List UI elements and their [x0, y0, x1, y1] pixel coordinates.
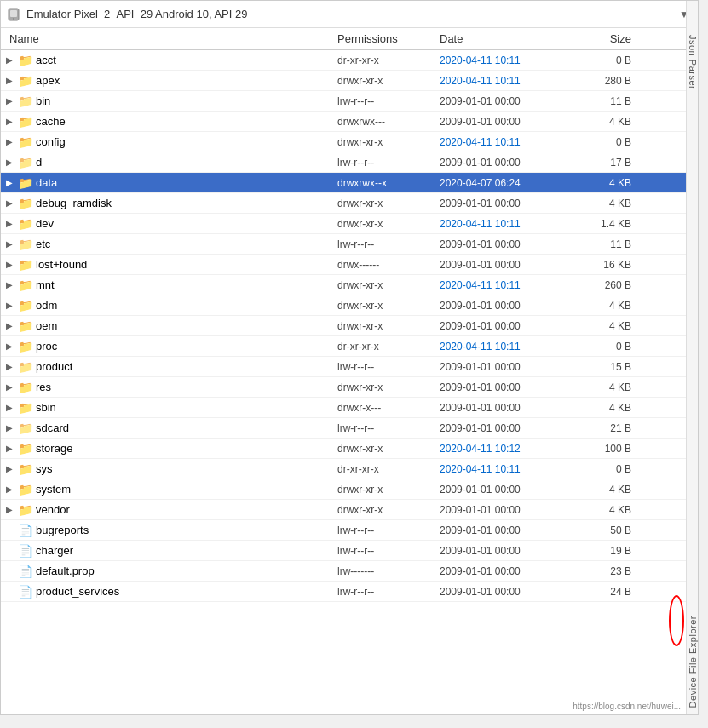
file-size: 4 KB — [580, 198, 648, 209]
file-date: 2009-01-01 00:00 — [440, 586, 580, 598]
table-row[interactable]: ▶📁lost+founddrwx------2009-01-01 00:0016… — [1, 255, 698, 275]
expand-arrow-icon[interactable]: ▶ — [6, 301, 18, 310]
expand-arrow-icon[interactable]: ▶ — [6, 158, 18, 167]
date-highlight: 2020-04-11 10:11 — [440, 218, 521, 230]
file-size: 1.4 KB — [580, 218, 648, 230]
file-date: 2020-04-11 10:12 — [440, 443, 580, 455]
expand-arrow-icon[interactable]: ▶ — [6, 505, 18, 514]
table-row[interactable]: ▶📁systemdrwxr-xr-x2009-01-01 00:004 KB — [1, 479, 698, 500]
file-list[interactable]: ▶📁acctdr-xr-xr-x2020-04-11 10:110 B▶📁ape… — [1, 50, 698, 715]
table-row[interactable]: ▶📁productlrw-r--r--2009-01-01 00:0015 B — [1, 357, 698, 377]
file-size: 100 B — [580, 443, 648, 455]
table-row[interactable]: ▶📁debug_ramdiskdrwxr-xr-x2009-01-01 00:0… — [1, 193, 698, 214]
expand-arrow-icon[interactable]: ▶ — [6, 484, 18, 494]
table-row[interactable]: ▶📁dlrw-r--r--2009-01-01 00:0017 B — [1, 152, 698, 173]
file-name: system — [36, 483, 71, 496]
expand-arrow-icon[interactable]: ▶ — [6, 280, 18, 289]
expand-arrow-icon[interactable]: ▶ — [6, 239, 18, 249]
file-name: storage — [36, 442, 72, 455]
file-date: 2009-01-01 00:00 — [440, 484, 580, 496]
file-date: 2009-01-01 00:00 — [440, 381, 580, 393]
table-row[interactable]: ▶📁vendordrwxr-xr-x2009-01-01 00:004 KB — [1, 500, 698, 520]
file-size: 21 B — [580, 422, 648, 434]
file-permissions: lrw-r--r-- — [337, 422, 440, 434]
expand-arrow-icon[interactable]: ▶ — [6, 444, 18, 453]
folder-icon: 📁 — [18, 442, 32, 456]
expand-arrow-icon[interactable]: ▶ — [6, 96, 18, 106]
file-date: 2020-04-11 10:11 — [440, 136, 580, 148]
file-date: 2009-01-01 00:00 — [440, 238, 580, 250]
table-row[interactable]: ▶📁cachedrwxrwx---2009-01-01 00:004 KB — [1, 112, 698, 132]
table-row[interactable]: ▶📁sysdr-xr-xr-x2020-04-11 10:110 B — [1, 459, 698, 479]
folder-link-icon: 📁 — [18, 156, 32, 169]
table-row[interactable]: 📄product_serviceslrw-r--r--2009-01-01 00… — [1, 582, 698, 602]
expand-arrow-icon[interactable]: ▶ — [6, 55, 18, 65]
table-row[interactable]: ▶📁configdrwxr-xr-x2020-04-11 10:110 B — [1, 132, 698, 152]
file-size: 4 KB — [580, 504, 648, 516]
expand-arrow-icon[interactable]: ▶ — [6, 321, 18, 330]
table-row[interactable]: ▶📁sbindrwxr-x---2009-01-01 00:004 KB — [1, 398, 698, 418]
expand-arrow-icon[interactable]: ▶ — [6, 423, 18, 433]
folder-icon: 📁 — [18, 381, 32, 394]
table-row[interactable]: ▶📁storagedrwxr-xr-x2020-04-11 10:12100 B — [1, 439, 698, 459]
expand-arrow-icon[interactable]: ▶ — [6, 362, 18, 371]
folder-icon: 📁 — [18, 483, 32, 496]
expand-arrow-icon[interactable]: ▶ — [6, 341, 18, 351]
table-row[interactable]: ▶📁resdrwxr-xr-x2009-01-01 00:004 KB — [1, 377, 698, 398]
expand-arrow-icon[interactable]: ▶ — [6, 464, 18, 473]
folder-icon: 📁 — [18, 197, 32, 210]
file-name: bin — [36, 95, 50, 107]
date-highlight: 2020-04-11 10:12 — [440, 443, 521, 455]
file-special-icon: 📄 — [18, 524, 32, 537]
expand-arrow-icon[interactable]: ▶ — [6, 76, 18, 85]
table-row[interactable]: ▶📁datadrwxrwx--x2020-04-07 06:244 KB — [1, 173, 698, 193]
table-row[interactable]: ▶📁oemdrwxr-xr-x2009-01-01 00:004 KB — [1, 316, 698, 336]
col-header-permissions[interactable]: Permissions — [337, 32, 440, 45]
expand-arrow-icon[interactable]: ▶ — [6, 178, 18, 187]
file-name: sys — [36, 462, 53, 475]
file-permissions: drwxr-xr-x — [337, 198, 440, 209]
expand-arrow-icon[interactable]: ▶ — [6, 137, 18, 146]
table-row[interactable]: ▶📁apexdrwxr-xr-x2020-04-11 10:11280 B — [1, 71, 698, 91]
folder-icon: 📁 — [18, 258, 32, 272]
expand-arrow-icon[interactable]: ▶ — [6, 117, 18, 126]
table-row[interactable]: ▶📁binlrw-r--r--2009-01-01 00:0011 B — [1, 91, 698, 112]
file-size: 4 KB — [580, 484, 648, 496]
expand-arrow-icon[interactable]: ▶ — [6, 260, 18, 269]
table-row[interactable]: 📄chargerlrw-r--r--2009-01-01 00:0019 B — [1, 541, 698, 561]
file-date: 2009-01-01 00:00 — [440, 95, 580, 107]
date-highlight: 2020-04-11 10:11 — [440, 75, 521, 87]
file-size: 0 B — [580, 54, 648, 66]
table-row[interactable]: ▶📁acctdr-xr-xr-x2020-04-11 10:110 B — [1, 50, 698, 71]
device-label: Emulator Pixel_2_API_29 Android 10, API … — [26, 8, 676, 20]
expand-arrow-icon[interactable]: ▶ — [6, 403, 18, 412]
table-row[interactable]: ▶📁mntdrwxr-xr-x2020-04-11 10:11260 B — [1, 275, 698, 295]
expand-arrow-icon[interactable]: ▶ — [6, 219, 18, 228]
table-row[interactable]: ▶📁sdcardlrw-r--r--2009-01-01 00:0021 B — [1, 418, 698, 439]
file-date: 2020-04-11 10:11 — [440, 54, 580, 66]
folder-icon: 📁 — [18, 340, 32, 353]
table-row[interactable]: ▶📁procdr-xr-xr-x2020-04-11 10:110 B — [1, 336, 698, 357]
col-header-date[interactable]: Date — [440, 32, 580, 45]
table-row[interactable]: ▶📁devdrwxr-xr-x2020-04-11 10:111.4 KB — [1, 214, 698, 234]
file-permissions: drwxr-xr-x — [337, 218, 440, 230]
col-header-size[interactable]: Size — [580, 32, 648, 45]
folder-icon: 📁 — [18, 503, 32, 517]
file-name: odm — [36, 299, 57, 312]
expand-arrow-icon[interactable]: ▶ — [6, 382, 18, 392]
file-size: 4 KB — [580, 116, 648, 128]
file-date: 2020-04-11 10:11 — [440, 218, 580, 230]
column-headers: Name Permissions Date Size — [1, 28, 698, 50]
table-row[interactable]: 📄default.proplrw-------2009-01-01 00:002… — [1, 561, 698, 582]
table-row[interactable]: 📄bugreportslrw-r--r--2009-01-01 00:0050 … — [1, 520, 698, 541]
file-permissions: drwxr-xr-x — [337, 136, 440, 148]
table-row[interactable]: ▶📁etclrw-r--r--2009-01-01 00:0011 B — [1, 234, 698, 255]
table-row[interactable]: ▶📁odmdrwxr-xr-x2009-01-01 00:004 KB — [1, 295, 698, 316]
col-header-name[interactable]: Name — [1, 32, 337, 45]
file-permissions: drwxr-xr-x — [337, 279, 440, 291]
file-size: 4 KB — [580, 402, 648, 414]
folder-link-icon: 📁 — [18, 238, 32, 251]
expand-arrow-icon[interactable]: ▶ — [6, 198, 18, 208]
file-name: mnt — [36, 278, 55, 291]
file-date: 2009-01-01 00:00 — [440, 116, 580, 128]
